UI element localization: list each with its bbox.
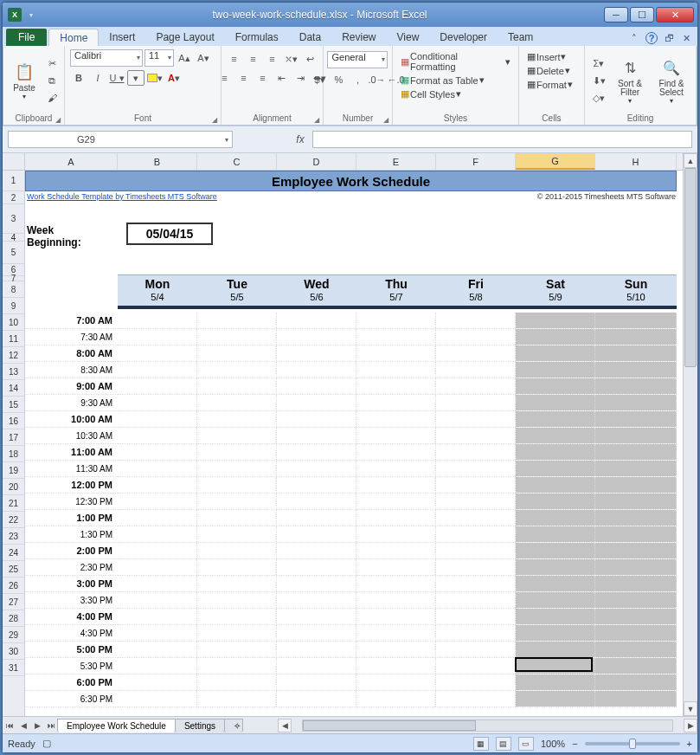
font-name-combo[interactable]: Calibri▾ (70, 49, 143, 67)
fill-color-button[interactable]: ▾ (146, 70, 164, 86)
schedule-cell[interactable] (277, 625, 356, 641)
fx-icon[interactable]: fx (292, 133, 309, 145)
schedule-cell[interactable] (595, 428, 677, 443)
schedule-cell[interactable] (118, 674, 197, 690)
schedule-cell[interactable] (356, 625, 436, 641)
wrap-text-button[interactable]: ↩ (301, 51, 318, 67)
schedule-cell[interactable] (277, 592, 356, 608)
hscroll-right-icon[interactable]: ▶ (684, 719, 697, 732)
row-header[interactable]: 14 (3, 380, 24, 397)
schedule-cell[interactable] (197, 461, 277, 476)
column-header-C[interactable]: C (197, 153, 277, 170)
schedule-cell[interactable] (277, 543, 356, 558)
schedule-cell[interactable] (277, 658, 356, 674)
schedule-cell[interactable] (118, 345, 197, 361)
schedule-cell[interactable] (436, 428, 516, 443)
format-painter-button[interactable]: 🖌 (43, 90, 61, 106)
sheet-tab-active[interactable]: Employee Work Schedule (57, 719, 176, 732)
row-header[interactable]: 9 (3, 298, 24, 314)
schedule-cell[interactable] (516, 313, 595, 328)
scroll-up-icon[interactable]: ▲ (684, 153, 697, 168)
schedule-cell[interactable] (356, 378, 436, 394)
sort-filter-button[interactable]: ⇅ Sort & Filter▾ (611, 52, 649, 109)
schedule-cell[interactable] (118, 329, 197, 345)
schedule-cell[interactable] (436, 378, 516, 394)
schedule-cell[interactable] (197, 313, 277, 328)
schedule-cell[interactable] (356, 494, 436, 509)
schedule-cell[interactable] (356, 329, 436, 345)
row-header[interactable]: 17 (3, 429, 24, 446)
ribbon-tab-team[interactable]: Team (498, 29, 543, 46)
schedule-cell[interactable] (516, 378, 595, 394)
schedule-cell[interactable] (436, 592, 516, 608)
page-break-view-button[interactable]: ▭ (518, 737, 534, 751)
zoom-slider[interactable] (585, 742, 680, 745)
schedule-cell[interactable] (436, 461, 516, 476)
schedule-cell[interactable] (516, 642, 595, 657)
schedule-cell[interactable] (595, 313, 677, 328)
schedule-cell[interactable] (118, 411, 197, 427)
copy-button[interactable]: ⧉ (43, 73, 61, 88)
schedule-cell[interactable] (595, 592, 677, 608)
schedule-cell[interactable] (436, 609, 516, 624)
schedule-cell[interactable] (516, 510, 595, 526)
schedule-cell[interactable] (436, 477, 516, 493)
schedule-cell[interactable] (436, 444, 516, 460)
schedule-cell[interactable] (356, 477, 436, 493)
schedule-cell[interactable] (277, 494, 356, 509)
schedule-cell[interactable] (436, 362, 516, 378)
percent-format-button[interactable]: % (330, 72, 347, 87)
schedule-cell[interactable] (595, 658, 677, 674)
schedule-cell[interactable] (516, 461, 595, 476)
row-header[interactable]: 21 (3, 495, 24, 512)
select-all-corner[interactable] (3, 153, 24, 171)
schedule-cell[interactable] (516, 543, 595, 558)
paste-button[interactable]: 📋 Paste ▾ (7, 52, 42, 109)
dialog-launcher-icon[interactable]: ◢ (314, 116, 319, 124)
schedule-cell[interactable] (118, 559, 197, 575)
schedule-cell[interactable] (277, 510, 356, 526)
template-link[interactable]: Work Schedule Template by Timesheets MTS… (27, 192, 217, 204)
schedule-cell[interactable] (595, 362, 677, 378)
schedule-cell[interactable] (356, 559, 436, 575)
schedule-cell[interactable] (118, 592, 197, 608)
schedule-cell[interactable] (277, 345, 356, 361)
row-header[interactable]: 20 (3, 479, 24, 495)
column-header-D[interactable]: D (277, 153, 356, 170)
schedule-cell[interactable] (595, 559, 677, 575)
schedule-cell[interactable] (118, 526, 197, 542)
schedule-cell[interactable] (197, 428, 277, 443)
dialog-launcher-icon[interactable]: ◢ (383, 116, 389, 124)
schedule-cell[interactable] (436, 494, 516, 509)
schedule-cell[interactable] (197, 576, 277, 591)
autosum-button[interactable]: Σ▾ (590, 55, 607, 71)
schedule-cell[interactable] (277, 559, 356, 575)
schedule-cell[interactable] (516, 411, 595, 427)
shrink-font-button[interactable]: A▾ (195, 50, 212, 66)
zoom-level[interactable]: 100% (541, 739, 565, 749)
schedule-cell[interactable] (277, 674, 356, 690)
align-center-button[interactable]: ≡ (234, 70, 252, 86)
zoom-in-button[interactable]: + (687, 739, 692, 749)
row-header[interactable]: 18 (3, 446, 24, 462)
schedule-cell[interactable] (436, 329, 516, 345)
schedule-cell[interactable] (118, 362, 197, 378)
comma-format-button[interactable]: , (349, 72, 366, 87)
row-header[interactable]: 28 (3, 610, 24, 627)
schedule-cell[interactable] (516, 362, 595, 378)
schedule-cell[interactable] (356, 609, 436, 624)
schedule-cell[interactable] (197, 345, 277, 361)
schedule-cell[interactable] (436, 526, 516, 542)
schedule-cell[interactable] (595, 345, 677, 361)
schedule-cell[interactable] (197, 592, 277, 608)
minimize-ribbon-icon[interactable]: ˄ (628, 32, 640, 44)
align-right-button[interactable]: ≡ (254, 70, 271, 86)
row-header[interactable]: 26 (3, 578, 24, 594)
schedule-cell[interactable] (356, 395, 436, 410)
row-header[interactable]: 10 (3, 314, 24, 331)
cell-styles-button[interactable]: ▦Cell Styles ▾ (398, 87, 464, 100)
schedule-cell[interactable] (516, 329, 595, 345)
schedule-cell[interactable] (595, 674, 677, 690)
schedule-cell[interactable] (197, 625, 277, 641)
schedule-cell[interactable] (516, 345, 595, 361)
